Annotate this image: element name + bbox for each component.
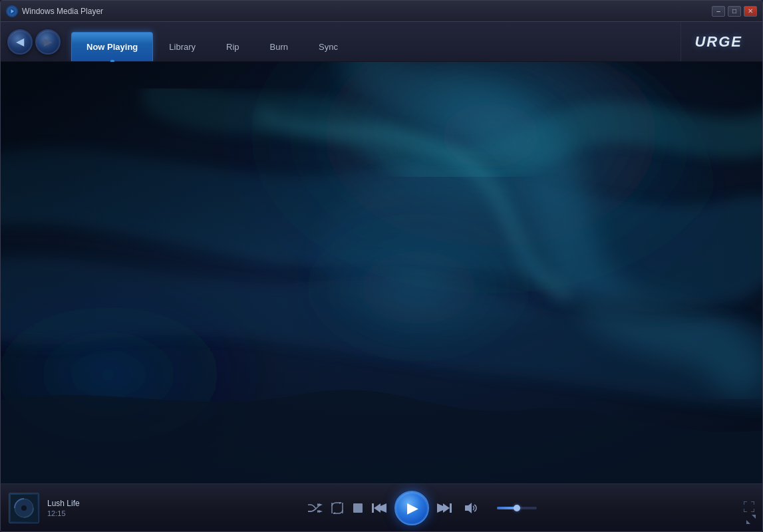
control-bar: Lush Life 12:15 [1, 483, 762, 531]
svg-marker-16 [374, 503, 381, 513]
back-forward-group: ◀ ▶ [7, 29, 61, 55]
back-arrow-icon: ◀ [16, 37, 24, 47]
svg-marker-20 [465, 503, 472, 513]
play-button[interactable]: ▶ [394, 491, 429, 525]
window-controls: – □ ✕ [712, 6, 757, 17]
album-art [9, 493, 39, 523]
fullscreen-button[interactable] [744, 501, 754, 514]
volume-slider[interactable] [497, 507, 537, 509]
volume-group [497, 507, 537, 509]
tab-now-playing[interactable]: Now Playing [71, 32, 153, 61]
track-name: Lush Life [47, 499, 100, 508]
track-info: Lush Life 12:15 [47, 499, 100, 517]
back-button[interactable]: ◀ [7, 29, 33, 55]
background-svg [1, 62, 762, 483]
prev-button[interactable] [372, 502, 386, 514]
repeat-button[interactable] [331, 502, 344, 514]
playback-controls: ▶ [106, 491, 738, 525]
app-icon [6, 5, 18, 17]
play-icon: ▶ [407, 499, 418, 517]
main-window: Windows Media Player – □ ✕ ◀ ▶ Now Playi… [0, 0, 763, 532]
track-time: 12:15 [47, 509, 100, 517]
tab-burn[interactable]: Burn [255, 32, 303, 61]
forward-button[interactable]: ▶ [35, 29, 61, 55]
svg-rect-17 [450, 503, 452, 513]
visualization-area [1, 62, 762, 483]
mute-button[interactable] [465, 502, 478, 514]
tab-library[interactable]: Library [154, 32, 210, 61]
tab-sync[interactable]: Sync [304, 32, 353, 61]
title-bar: Windows Media Player – □ ✕ [1, 1, 762, 22]
nav-bar: ◀ ▶ Now Playing Library Rip Burn Sync UR… [1, 22, 762, 62]
svg-rect-13 [353, 503, 363, 513]
next-button[interactable] [437, 502, 452, 514]
svg-rect-14 [372, 503, 374, 513]
tab-rip[interactable]: Rip [212, 32, 254, 61]
minimize-button[interactable]: – [712, 6, 725, 17]
close-button[interactable]: ✕ [744, 6, 757, 17]
window-title: Windows Media Player [22, 7, 712, 16]
maximize-button[interactable]: □ [728, 6, 741, 17]
mini-player-button[interactable] [746, 515, 756, 526]
svg-rect-7 [1, 62, 762, 483]
urge-logo: URGE [694, 33, 742, 51]
nav-tabs: Now Playing Library Rip Burn Sync [71, 22, 675, 61]
stop-button[interactable] [352, 502, 364, 514]
right-controls [744, 501, 754, 514]
volume-knob [514, 505, 520, 511]
now-playing-visualization [1, 62, 762, 483]
forward-arrow-icon: ▶ [44, 37, 52, 47]
svg-marker-19 [443, 503, 450, 513]
shuffle-button[interactable] [308, 502, 323, 514]
svg-point-10 [21, 505, 27, 511]
urge-area[interactable]: URGE [681, 22, 756, 61]
